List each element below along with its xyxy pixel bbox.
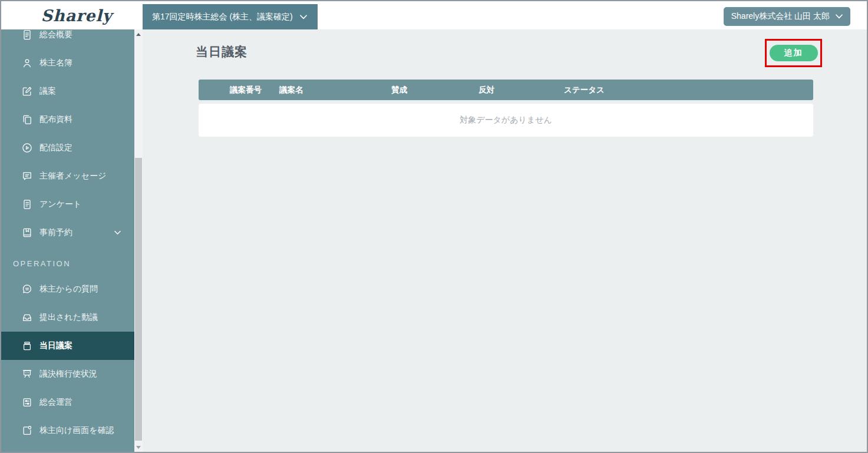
sidebar-item-voting-rights-status[interactable]: 議決権行使状況 — [1, 360, 134, 388]
top-bar: Sharely 第17回定時株主総会 (株主、議案確定) Sharely株式会社… — [1, 1, 867, 29]
app-window: Sharely 第17回定時株主総会 (株主、議案確定) Sharely株式会社… — [0, 0, 868, 453]
survey-icon — [21, 199, 33, 210]
sidebar-item-shareholder-questions[interactable]: 株主からの質問 — [1, 275, 134, 303]
bookmark-icon — [21, 227, 33, 239]
empty-message: 対象データがありません — [460, 115, 552, 125]
sidebar-item-day-of-proposals[interactable]: 当日議案 — [1, 332, 134, 360]
play-circle-icon — [21, 142, 33, 154]
sidebar-item-label: 主催者メッセージ — [39, 171, 106, 181]
sidebar-item-label: 事前予約 — [39, 227, 72, 238]
chevron-down-icon — [300, 15, 307, 19]
sidebar-section-operation: OPERATION — [1, 247, 134, 275]
column-header-against: 反対 — [478, 80, 494, 100]
sidebar-item-proposals[interactable]: 議案 — [1, 77, 134, 105]
sidebar-item-label: 提出された動議 — [39, 312, 98, 323]
user-icon — [21, 57, 33, 69]
sidebar-item-organizer-message[interactable]: 主催者メッセージ — [1, 162, 134, 190]
question-bubble-icon — [21, 283, 33, 295]
sidebar-item-distribution-materials[interactable]: 配布資料 — [1, 105, 134, 134]
scroll-down-button[interactable] — [134, 442, 143, 452]
add-button[interactable]: 追加 — [770, 45, 818, 61]
red-annotation-box: 追加 — [765, 39, 822, 67]
inbox-icon — [21, 312, 33, 323]
page-title: 当日議案 — [196, 44, 247, 60]
sidebar-item-label: 配布資料 — [39, 114, 72, 125]
meeting-selector-dropdown[interactable]: 第17回定時株主総会 (株主、議案確定) — [143, 4, 318, 29]
chevron-down-icon — [836, 14, 843, 19]
sidebar-item-label: 株主向け画面を確認 — [39, 425, 114, 436]
message-square-icon — [21, 170, 33, 182]
proposals-table: 議案番号 議案名 賛成 反対 ステータス 対象データがありません — [199, 80, 813, 100]
archive-icon — [21, 340, 33, 352]
user-account-label: Sharely株式会社 山田 太郎 — [731, 11, 830, 22]
table-empty-row: 対象データがありません — [199, 104, 813, 137]
column-header-status: ステータス — [564, 80, 605, 100]
sidebar-item-label: 議決権行使状況 — [39, 369, 97, 379]
main-content: 当日議案 追加 議案番号 議案名 賛成 反対 ステータス 対象データがありません — [143, 29, 867, 453]
sidebar-item-meeting-overview[interactable]: 総会概要 — [1, 29, 134, 49]
scroll-up-button[interactable] — [134, 29, 143, 39]
sidebar-item-advance-reservation[interactable]: 事前予約 — [1, 219, 134, 247]
sidebar-item-meeting-operation[interactable]: 総会運営 — [1, 388, 134, 416]
meeting-selector-label: 第17回定時株主総会 (株主、議案確定) — [152, 12, 293, 22]
external-screen-icon — [21, 425, 33, 437]
sidebar-item-label: 株主名簿 — [39, 58, 72, 68]
sidebar-item-label: 当日議案 — [39, 340, 72, 351]
sharely-logo[interactable]: Sharely — [35, 5, 118, 26]
copy-icon — [21, 114, 33, 125]
table-header-row: 議案番号 議案名 賛成 反対 ステータス — [199, 80, 813, 100]
sidebar-item-label: 総会運営 — [39, 397, 72, 408]
edit-icon — [21, 85, 33, 97]
sidebar-item-label: 総会概要 — [39, 29, 72, 40]
sidebar-item-label: アンケート — [39, 199, 81, 210]
sidebar-nav: 総会概要 株主名簿 議案 配布資料 — [1, 29, 134, 453]
sidebar-item-label: 配信設定 — [39, 143, 72, 153]
user-account-menu[interactable]: Sharely株式会社 山田 太郎 — [724, 7, 850, 26]
sidebar-item-label: 議案 — [39, 86, 56, 97]
sidebar-item-shareholder-register[interactable]: 株主名簿 — [1, 49, 134, 77]
sidebar-item-survey[interactable]: アンケート — [1, 190, 134, 219]
column-header-for: 賛成 — [391, 80, 407, 100]
column-header-proposal-number: 議案番号 — [230, 80, 262, 100]
chevron-down-icon — [114, 230, 121, 235]
presentation-icon — [21, 368, 33, 380]
sidebar-item-label: 株主からの質問 — [39, 284, 98, 295]
sliders-icon — [21, 396, 33, 408]
scrollbar-thumb[interactable] — [135, 158, 142, 441]
file-text-icon — [21, 29, 33, 41]
column-header-proposal-name: 議案名 — [279, 80, 303, 100]
sidebar-item-streaming-settings[interactable]: 配信設定 — [1, 134, 134, 162]
sidebar-item-submitted-motions[interactable]: 提出された動議 — [1, 303, 134, 332]
sidebar-item-shareholder-view-check[interactable]: 株主向け画面を確認 — [1, 416, 134, 445]
sidebar-scrollbar[interactable] — [134, 29, 143, 452]
